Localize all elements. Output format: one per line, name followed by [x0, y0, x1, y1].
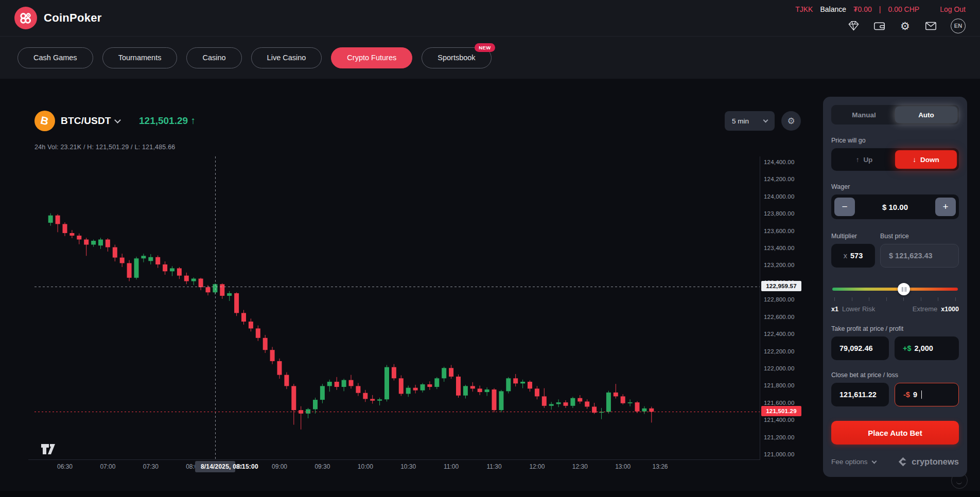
multiplier-label: Multiplier: [831, 233, 880, 240]
risk-max-text: Extreme: [913, 305, 937, 313]
x-axis-tick-label: 06:30: [57, 463, 73, 470]
candle: [421, 384, 425, 390]
risk-slider-thumb[interactable]: [898, 283, 910, 295]
candle: [485, 389, 489, 392]
pair-chevron-down-icon[interactable]: [114, 117, 121, 123]
candle: [113, 247, 117, 258]
cryptonews-logo: cryptonews: [898, 457, 959, 467]
bottom-strip: [0, 491, 980, 497]
nav-pill-cash-games[interactable]: Cash Games: [18, 47, 93, 68]
close-bet-loss-input[interactable]: -$ 9: [895, 383, 959, 406]
current-price-header: 121,501.29 ↑: [139, 115, 196, 127]
wager-input: − $ 10.00 +: [831, 194, 959, 219]
y-axis-tick-label: 121,600.00: [764, 400, 795, 406]
logout-link[interactable]: Log Out: [940, 5, 966, 13]
candle: [427, 384, 432, 387]
tab-auto[interactable]: Auto: [895, 106, 957, 123]
direction-label: Price will go: [831, 137, 959, 144]
y-axis-tick-label: 124,200.00: [764, 176, 795, 182]
balance-separator: |: [879, 5, 881, 13]
rewards-diamond-icon[interactable]: [848, 20, 860, 32]
candle: [270, 350, 275, 361]
candle: [520, 382, 525, 383]
candle: [549, 404, 554, 405]
chart-settings-button[interactable]: ⚙: [781, 111, 801, 131]
y-axis-tick-label: 121,400.00: [764, 417, 795, 423]
down-button[interactable]: ↓ Down: [895, 150, 957, 169]
fee-options-toggle[interactable]: Fee options: [831, 458, 876, 466]
x-axis-tick-label: 09:30: [314, 463, 330, 470]
place-auto-bet-button[interactable]: Place Auto Bet: [831, 421, 959, 445]
down-arrow-icon: ↓: [913, 156, 916, 164]
pair-title[interactable]: BTC/USDT: [61, 115, 111, 127]
y-axis-tick-label: 124,400.00: [764, 159, 795, 165]
wallet-icon[interactable]: [873, 20, 885, 32]
candle: [320, 386, 325, 400]
candle: [184, 276, 189, 281]
y-axis-tick-label: 121,200.00: [764, 434, 795, 440]
candle: [470, 386, 475, 388]
take-profit-label: Take profit at price / profit: [831, 325, 959, 332]
nav-pill-tournaments[interactable]: Tournaments: [102, 47, 178, 68]
tab-manual[interactable]: Manual: [833, 106, 895, 123]
language-selector[interactable]: EN: [951, 19, 966, 33]
close-bet-label: Close bet at price / loss: [831, 371, 959, 379]
up-button[interactable]: ↑ Up: [833, 150, 895, 169]
risk-slider-track[interactable]: [832, 288, 958, 291]
nav-pill-label: Crypto Futures: [347, 54, 396, 62]
candle: [585, 401, 589, 406]
take-profit-price-input[interactable]: 79,092.46: [831, 336, 889, 360]
wager-decrease-button[interactable]: −: [834, 198, 855, 216]
risk-slider[interactable]: [831, 283, 959, 295]
risk-max-label: x1000: [941, 306, 959, 313]
y-axis-tick-label: 123,800.00: [764, 210, 795, 217]
current-price-line: [34, 412, 760, 412]
y-axis-tick-label: 121,800.00: [764, 382, 795, 388]
settings-gear-icon[interactable]: ⚙: [899, 20, 911, 32]
nav-pill-live-casino[interactable]: Live Casino: [251, 47, 322, 68]
y-axis-tick-label: 123,600.00: [764, 228, 795, 234]
chart-stats: 24h Vol: 23.21K / H: 121,501.29 / L: 121…: [34, 144, 176, 151]
bust-price-input[interactable]: $ 121,623.43: [880, 244, 959, 268]
take-profit-amount-input[interactable]: +$ 2,000: [895, 336, 959, 360]
coinpoker-logo-icon: [14, 7, 37, 29]
candle: [456, 377, 461, 396]
balance-label: Balance: [820, 5, 846, 13]
nav-pill-sportsbook[interactable]: SportsbookNEW: [422, 47, 491, 68]
risk-labels: x1 Lower Risk Extreme x1000: [831, 305, 959, 313]
candle: [392, 367, 396, 379]
candle: [69, 233, 74, 236]
candle: [263, 338, 268, 350]
username[interactable]: TJKK: [795, 5, 813, 13]
candle: [335, 382, 339, 387]
candle: [542, 396, 547, 405]
close-bet-price-input[interactable]: 121,611.22: [831, 383, 889, 406]
interval-dropdown[interactable]: 5 min: [725, 111, 775, 131]
candle: [120, 258, 125, 263]
x-axis-tick-label: 10:30: [400, 463, 416, 470]
candle: [399, 378, 404, 394]
candle: [241, 313, 246, 322]
brand[interactable]: CoinPoker: [14, 7, 102, 29]
x-axis-tick-label: 11:00: [444, 463, 459, 470]
candle: [342, 380, 346, 387]
wager-increase-button[interactable]: +: [935, 198, 956, 216]
candle: [84, 240, 89, 245]
wager-value[interactable]: $ 10.00: [882, 203, 908, 211]
multiplier-input[interactable]: x 573: [831, 244, 875, 268]
nav-pill-casino[interactable]: Casino: [186, 47, 241, 68]
mail-icon[interactable]: [925, 20, 937, 32]
crosshair-vertical-line: [215, 156, 216, 459]
balance-chp: 0.00 CHP: [888, 5, 919, 13]
candle: [106, 240, 110, 247]
cryptonews-icon: [898, 457, 908, 467]
candle: [148, 257, 153, 261]
candle: [349, 380, 354, 386]
y-axis-tick-label: 123,200.00: [764, 262, 795, 268]
interval-chevron-down-icon: [763, 118, 768, 123]
candle: [463, 386, 468, 395]
nav-pill-crypto-futures[interactable]: Crypto Futures: [331, 47, 412, 68]
candle: [63, 224, 67, 233]
candle: [77, 236, 81, 240]
candle: [506, 378, 511, 391]
